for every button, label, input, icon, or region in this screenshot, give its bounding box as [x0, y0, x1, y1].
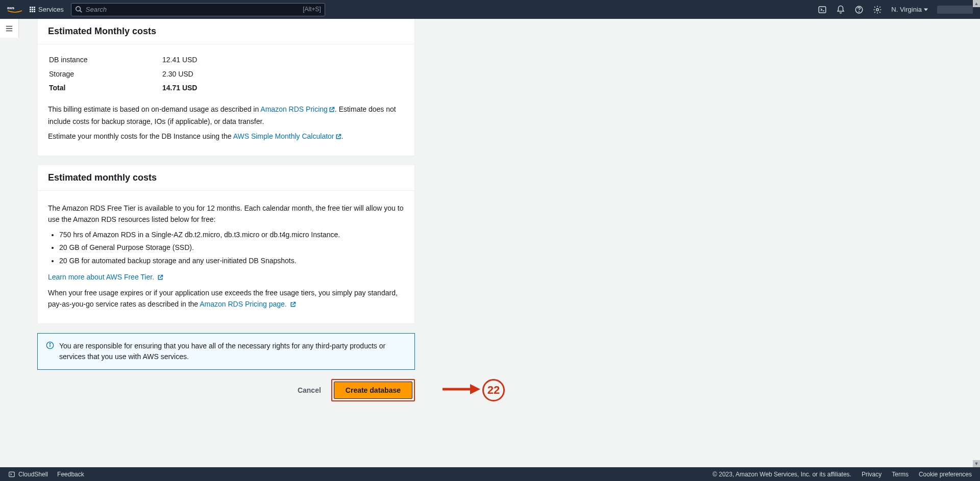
step-annotation: 22 [440, 379, 505, 401]
svg-point-7 [876, 8, 879, 11]
svg-point-1 [76, 6, 81, 11]
top-nav-right: N. Virginia [818, 5, 973, 14]
cost-table: DB instance 12.41 USD Storage 2.30 USD T… [48, 53, 404, 96]
free-tier-list: 750 hrs of Amazon RDS in a Single-AZ db.… [48, 230, 404, 267]
estimated-costs-panel-1: Estimated Monthly costs DB instance 12.4… [37, 19, 415, 156]
cost-label: Total [49, 82, 161, 95]
cost-value: 14.71 USD [162, 82, 403, 95]
grid-icon [30, 7, 35, 12]
svg-point-6 [859, 11, 860, 12]
search-input[interactable] [71, 3, 325, 16]
external-link-icon [157, 273, 163, 284]
arrow-icon [440, 382, 480, 398]
svg-point-18 [50, 343, 50, 344]
svg-line-15 [292, 302, 295, 305]
free-tier-outro: When your free usage expires or if your … [48, 288, 404, 311]
cost-label: Storage [49, 68, 161, 81]
cost-value: 12.41 USD [162, 54, 403, 67]
free-tier-intro: The Amazon RDS Free Tier is available to… [48, 203, 404, 225]
info-icon [46, 341, 54, 351]
services-label: Services [38, 6, 64, 13]
estimated-costs-panel-2: Estimated monthly costs The Amazon RDS F… [37, 165, 415, 324]
calculator-link[interactable]: AWS Simple Monthly Calculator [233, 132, 341, 140]
region-label: N. Virginia [891, 6, 922, 13]
settings-icon[interactable] [873, 5, 882, 14]
external-link-icon [290, 300, 296, 311]
list-item: 750 hrs of Amazon RDS in a Single-AZ db.… [59, 230, 404, 241]
responsibility-info-box: You are responsible for ensuring that yo… [37, 333, 415, 370]
cost-value: 2.30 USD [162, 68, 403, 81]
estimate-note: Estimate your monthly costs for the DB I… [48, 131, 404, 143]
panel2-title: Estimated monthly costs [48, 172, 404, 183]
svg-marker-8 [924, 8, 928, 11]
list-item: 20 GB of General Purpose Storage (SSD). [59, 242, 404, 254]
main-content: Estimated Monthly costs DB instance 12.4… [19, 19, 433, 412]
free-tier-learn-link[interactable]: Learn more about AWS Free Tier. [48, 273, 163, 281]
panel2-body: The Amazon RDS Free Tier is available to… [38, 191, 414, 323]
external-link-icon [335, 132, 341, 143]
action-row: Cancel Create database 22 [37, 379, 415, 401]
cloudshell-icon[interactable] [818, 5, 827, 14]
step-number: 22 [482, 379, 505, 401]
notifications-icon[interactable] [836, 5, 845, 14]
aws-logo[interactable]: aws [7, 5, 22, 14]
chevron-down-icon [924, 8, 928, 12]
scrollbar-up[interactable]: ▲ [973, 0, 980, 7]
svg-line-14 [160, 275, 162, 277]
panel2-header: Estimated monthly costs [38, 165, 414, 191]
rds-pricing-link[interactable]: Amazon RDS Pricing [260, 105, 335, 113]
region-selector[interactable]: N. Virginia [891, 6, 928, 13]
services-button[interactable]: Services [30, 6, 64, 13]
svg-text:aws: aws [7, 5, 14, 10]
table-row: DB instance 12.41 USD [49, 54, 403, 67]
list-item: 20 GB for automated backup storage and a… [59, 256, 404, 267]
create-button-highlight: Create database [331, 379, 415, 401]
panel1-title: Estimated Monthly costs [48, 26, 404, 37]
search-shortcut: [Alt+S] [303, 6, 321, 13]
account-menu[interactable] [937, 6, 973, 14]
side-nav-toggle[interactable] [0, 19, 19, 38]
search-icon [75, 6, 82, 14]
help-icon[interactable] [854, 5, 864, 14]
info-text: You are responsible for ensuring that yo… [59, 341, 406, 362]
svg-marker-20 [470, 384, 480, 394]
top-nav: aws Services [Alt+S] N. Virginia [0, 0, 980, 19]
rds-pricing-page-link[interactable]: Amazon RDS Pricing page. [200, 300, 296, 308]
svg-line-2 [80, 10, 82, 12]
create-database-button[interactable]: Create database [334, 382, 412, 399]
search-wrap: [Alt+S] [71, 3, 325, 16]
billing-note: This billing estimate is based on on-dem… [48, 104, 404, 127]
cancel-button[interactable]: Cancel [296, 382, 323, 398]
external-link-icon [329, 105, 335, 116]
panel1-body: DB instance 12.41 USD Storage 2.30 USD T… [38, 44, 414, 156]
svg-line-12 [331, 108, 334, 110]
panel1-header: Estimated Monthly costs [38, 19, 414, 44]
svg-line-13 [338, 135, 340, 137]
cost-label: DB instance [49, 54, 161, 67]
table-row: Storage 2.30 USD [49, 68, 403, 81]
table-row-total: Total 14.71 USD [49, 82, 403, 95]
top-nav-left: aws Services [Alt+S] [7, 3, 325, 16]
